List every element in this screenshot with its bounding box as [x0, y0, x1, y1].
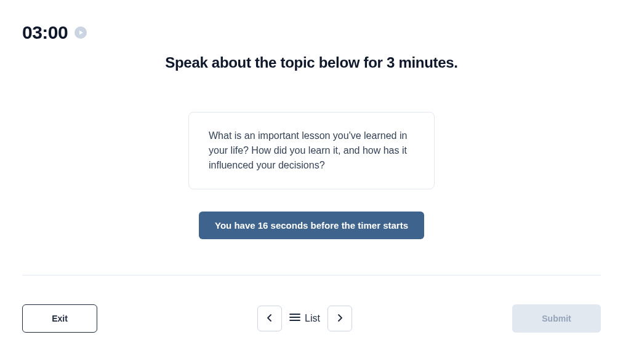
countdown-banner: You have 16 seconds before the timer sta… — [199, 212, 424, 239]
play-icon[interactable] — [74, 26, 87, 39]
topic-card: What is an important lesson you've learn… — [188, 112, 435, 189]
exercise-page: 03:00 Speak about the topic below for 3 … — [0, 0, 623, 364]
footer-bar: Exit List — [22, 304, 601, 333]
chevron-left-icon — [265, 313, 275, 325]
timer-display: 03:00 — [22, 22, 68, 43]
submit-button[interactable]: Submit — [512, 304, 601, 333]
list-button[interactable]: List — [289, 313, 320, 324]
instruction-heading: Speak about the topic below for 3 minute… — [0, 54, 623, 71]
exit-button[interactable]: Exit — [22, 304, 97, 333]
list-label: List — [305, 313, 320, 324]
footer-divider — [22, 275, 601, 275]
prev-button[interactable] — [257, 306, 282, 331]
nav-group: List — [257, 306, 352, 331]
list-icon — [289, 313, 300, 324]
topic-prompt: What is an important lesson you've learn… — [209, 129, 414, 173]
timer-row: 03:00 — [22, 22, 87, 43]
next-button[interactable] — [328, 306, 352, 331]
chevron-right-icon — [335, 313, 345, 325]
